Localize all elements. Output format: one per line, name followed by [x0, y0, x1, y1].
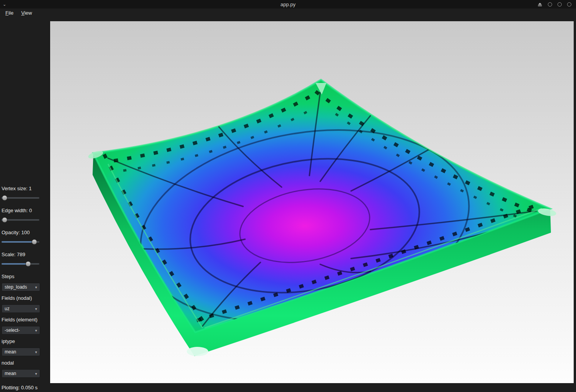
iptype-label: iptype: [2, 338, 50, 344]
slider-knob[interactable]: [2, 195, 7, 201]
fields-element-select[interactable]: -select- ▾: [2, 326, 40, 335]
eject-icon[interactable]: [537, 2, 542, 7]
fem-3d-plot[interactable]: [50, 21, 574, 383]
opacity-label: Opacity: 100: [2, 230, 50, 235]
fields-nodal-group: Fields (nodal) uz ▾: [2, 295, 50, 313]
vertex-size-group: Vertex size: 1: [2, 186, 50, 201]
scale-slider[interactable]: [2, 261, 39, 267]
nodal-select-value: mean: [5, 371, 34, 376]
chevron-down-icon: ▾: [35, 372, 37, 376]
iptype-select-value: mean: [5, 349, 34, 355]
steps-select-value: step_loads: [5, 284, 34, 290]
fields-nodal-select[interactable]: uz ▾: [2, 304, 40, 313]
vertex-size-slider[interactable]: [2, 195, 39, 201]
chevron-down-icon: ▾: [35, 285, 37, 289]
steps-label: Steps: [2, 274, 50, 279]
edge-width-group: Edge width: 0: [2, 208, 50, 223]
window-shade-icon[interactable]: ⌄: [3, 2, 6, 7]
iptype-group: iptype mean ▾: [2, 338, 50, 356]
scale-label: Scale: 789: [2, 252, 50, 257]
slider-knob[interactable]: [25, 261, 31, 267]
slider-knob[interactable]: [32, 239, 37, 245]
fields-element-select-value: -select-: [5, 328, 34, 333]
menu-view[interactable]: View: [17, 9, 36, 17]
minimize-button[interactable]: [548, 2, 552, 7]
nodal-label: nodal: [2, 360, 50, 366]
opacity-slider[interactable]: [2, 239, 39, 245]
menubar: File View: [0, 8, 576, 17]
close-button[interactable]: [567, 2, 571, 7]
scale-group: Scale: 789: [2, 252, 50, 267]
fields-element-label: Fields (element): [2, 317, 50, 323]
edge-width-label: Edge width: 0: [2, 208, 50, 213]
chevron-down-icon: ▾: [35, 350, 37, 354]
slider-knob[interactable]: [2, 217, 7, 223]
main-content: Vertex size: 1 Edge width: 0 Opacity: 10…: [0, 17, 576, 383]
nodal-select[interactable]: mean ▾: [2, 369, 40, 378]
chevron-down-icon: ▾: [35, 328, 37, 333]
iptype-select[interactable]: mean ▾: [2, 348, 40, 356]
window-controls: [537, 2, 576, 7]
status-text: Plotting: 0.050 s: [2, 385, 37, 390]
slider-track[interactable]: [2, 263, 39, 265]
steps-select[interactable]: step_loads ▾: [2, 283, 40, 291]
maximize-button[interactable]: [557, 2, 562, 7]
sidebar: Vertex size: 1 Edge width: 0 Opacity: 10…: [0, 17, 50, 383]
chevron-down-icon: ▾: [35, 307, 37, 311]
fields-nodal-select-value: uz: [5, 306, 34, 311]
window-title: app.py: [0, 2, 576, 7]
statusbar: Plotting: 0.050 s: [0, 383, 576, 392]
edge-width-slider[interactable]: [2, 217, 39, 223]
nodal-group: nodal mean ▾: [2, 360, 50, 378]
fields-element-group: Fields (element) -select- ▾: [2, 317, 50, 335]
opacity-group: Opacity: 100: [2, 230, 50, 245]
fields-nodal-label: Fields (nodal): [2, 295, 50, 301]
steps-group: Steps step_loads ▾: [2, 274, 50, 291]
slider-fill: [2, 241, 34, 243]
plot-viewport[interactable]: [50, 21, 574, 383]
menu-file[interactable]: File: [2, 9, 17, 17]
slider-fill: [2, 263, 28, 265]
vertex-size-label: Vertex size: 1: [2, 186, 50, 191]
titlebar[interactable]: ⌄ app.py: [0, 0, 576, 8]
